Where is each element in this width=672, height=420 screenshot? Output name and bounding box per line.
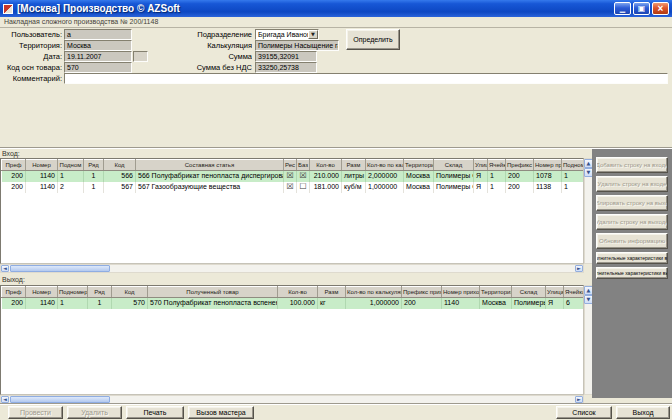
print-button[interactable]: Печать — [126, 406, 184, 419]
exit-button[interactable]: Выход — [616, 406, 670, 419]
cell[interactable]: 2,000000 — [366, 171, 404, 182]
cell[interactable]: 567 — [104, 182, 136, 193]
scroll-right-button[interactable]: ► — [575, 265, 583, 272]
cell[interactable]: 1 — [88, 298, 112, 309]
cell[interactable]: 200 — [506, 182, 534, 193]
cell[interactable]: литры — [342, 171, 366, 182]
col-qty: Кол-во — [310, 160, 342, 171]
cell[interactable]: 200 — [2, 171, 26, 182]
cell[interactable]: 200 — [402, 298, 442, 309]
cell[interactable]: 1 — [562, 171, 585, 182]
cell[interactable]: 200 — [2, 182, 26, 193]
date-spin-box[interactable] — [133, 51, 148, 62]
list-button[interactable]: Список — [556, 406, 612, 419]
close-button[interactable]: × — [652, 2, 669, 15]
user-field: a — [64, 29, 132, 40]
cell[interactable]: 1140 — [26, 298, 58, 309]
col-in-subnum: Подномер — [562, 160, 585, 171]
baz-checkbox[interactable]: ☒ — [297, 171, 310, 182]
call-wizard-button[interactable]: Вызов мастера — [188, 406, 254, 419]
res-checkbox[interactable]: ☒ — [284, 171, 297, 182]
cell[interactable]: 1 — [562, 182, 585, 193]
col-calc-qty: Кол-во по калькуляции — [346, 287, 402, 298]
cell[interactable]: 566 Полуфабрикат пенопласта диспергирова… — [136, 171, 284, 182]
col-street: Улица — [546, 287, 564, 298]
col-number: Номер — [26, 287, 58, 298]
restore-icon: ▣ — [638, 5, 646, 13]
cell[interactable]: 181.000 — [310, 182, 342, 193]
cell[interactable]: 1 — [488, 182, 506, 193]
input-hscroll-thumb[interactable] — [10, 265, 110, 272]
titlebar: [Москва] Производство © AZSoft ▁ ▣ × — [0, 0, 672, 17]
col-product: Полученный товар — [148, 287, 278, 298]
cell[interactable]: 1 — [58, 298, 88, 309]
comment-input[interactable] — [64, 73, 668, 84]
input-row-2[interactable]: 200 1140 2 1 567 567 Газообразующие веще… — [2, 182, 585, 193]
output-hscroll-thumb[interactable] — [10, 396, 110, 403]
col-article: Составная статья — [136, 160, 284, 171]
cell[interactable]: Я — [474, 182, 488, 193]
cell[interactable]: Москва — [404, 182, 434, 193]
cell[interactable]: 1 — [488, 171, 506, 182]
col-unit: Разм — [318, 287, 346, 298]
cell[interactable]: Москва — [480, 298, 512, 309]
cell[interactable]: 1 — [84, 171, 104, 182]
cell[interactable]: 566 — [104, 171, 136, 182]
minimize-button[interactable]: ▁ — [614, 2, 631, 15]
app-icon — [3, 4, 13, 14]
cell[interactable]: Я — [546, 298, 564, 309]
cell[interactable]: 100.000 — [278, 298, 318, 309]
close-icon: × — [658, 4, 664, 13]
cell[interactable]: Москва — [404, 171, 434, 182]
cell[interactable]: Я — [474, 171, 488, 182]
cell[interactable]: 1,000000 — [366, 182, 404, 193]
cell[interactable]: 1,000000 — [346, 298, 402, 309]
cell[interactable]: 210.000 — [310, 171, 342, 182]
cell[interactable]: 1140 — [26, 171, 58, 182]
baz-checkbox[interactable]: ☐ — [297, 182, 310, 193]
output-row-1[interactable]: 200 1140 1 1 570 570 Полуфабрикат пенопл… — [2, 298, 585, 309]
cell[interactable]: 2 — [58, 182, 84, 193]
chevron-down-icon[interactable]: ▼ — [308, 30, 318, 39]
cell[interactable]: 1078 — [534, 171, 562, 182]
cell[interactable]: 200 — [2, 298, 26, 309]
cell[interactable]: Полимеры Сырье — [434, 182, 474, 193]
cell[interactable]: 570 — [112, 298, 148, 309]
delete-output-row-button: Удалить строку на выходе — [596, 214, 668, 230]
input-row-1[interactable]: 200 1140 1 1 566 566 Полуфабрикат пенопл… — [2, 171, 585, 182]
cell[interactable]: кг — [318, 298, 346, 309]
cell[interactable]: Полимеры Сырье — [434, 171, 474, 182]
duplicate-output-row-button: Дублировать строку на выходе — [596, 195, 668, 211]
input-section-label: Вход: — [2, 149, 20, 158]
cell[interactable]: 200 — [506, 171, 534, 182]
col-territory: Территория — [404, 160, 434, 171]
input-grid: Преф Номер Подном Ряд Код Составная стат… — [0, 158, 584, 264]
cell[interactable]: Полимеры — [512, 298, 546, 309]
res-checkbox[interactable]: ☒ — [284, 182, 297, 193]
window-title: [Москва] Производство © AZSoft — [17, 3, 612, 14]
restore-button[interactable]: ▣ — [633, 2, 650, 15]
add-input-row-button: Добавить строку на входе — [596, 157, 668, 173]
scroll-right-button[interactable]: ► — [575, 396, 583, 403]
cell[interactable]: куб/м — [342, 182, 366, 193]
cell[interactable]: 570 Полуфабрикат пенопласта вспененный — [148, 298, 278, 309]
extra-input-props-button[interactable]: Дополнительные характеристики входа — [596, 252, 668, 264]
cell[interactable]: 1 — [58, 171, 84, 182]
scroll-left-button[interactable]: ◄ — [1, 396, 9, 403]
define-button[interactable]: Определить — [346, 29, 400, 50]
extra-output-props-button[interactable]: Дополнительные характеристики выхода — [596, 267, 668, 279]
cell[interactable]: 1140 — [26, 182, 58, 193]
col-warehouse: Склад — [512, 287, 546, 298]
cell[interactable]: 1140 — [442, 298, 480, 309]
sum-no-vat-field: 33250,25738 — [255, 62, 317, 73]
col-code: Код — [112, 287, 148, 298]
cell[interactable]: 1 — [84, 182, 104, 193]
division-dropdown[interactable]: Бригада Ивановой ▼ — [255, 29, 319, 40]
scroll-left-button[interactable]: ◄ — [1, 265, 9, 272]
col-code: Код — [104, 160, 136, 171]
cell[interactable]: 6 — [564, 298, 585, 309]
section-divider — [0, 147, 672, 149]
scroll-up-icon: ▲ — [587, 288, 591, 293]
cell[interactable]: 567 Газообразующие вещества — [136, 182, 284, 193]
cell[interactable]: 1138 — [534, 182, 562, 193]
